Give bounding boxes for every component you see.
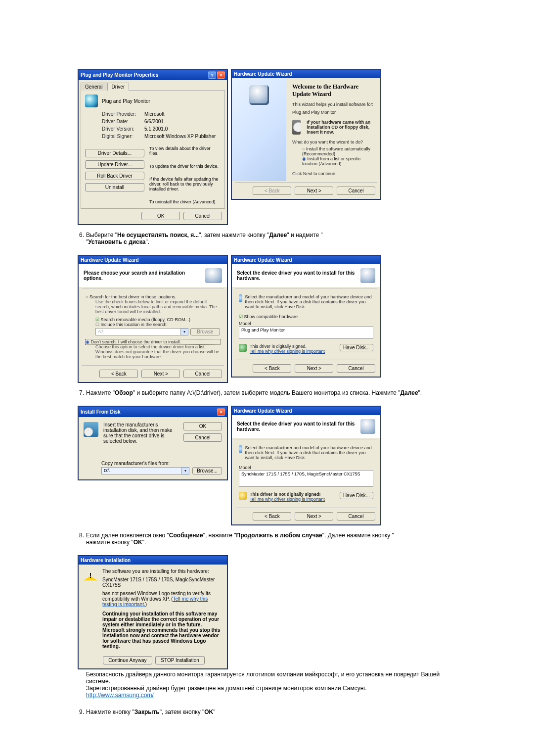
text: Insert the manufacturer's installation d…	[103, 422, 178, 444]
wizard-icon	[360, 268, 375, 283]
text: Зарегистрированный драйвер будет размеще…	[86, 685, 460, 692]
tab-general[interactable]: General	[81, 83, 107, 91]
next-button[interactable]: Next >	[295, 512, 333, 520]
value: 5.1.2001.0	[144, 126, 168, 132]
ok-button[interactable]: OK	[141, 212, 180, 220]
heading: Welcome to the Hardware Update Wizard	[292, 83, 374, 98]
header: Select the device driver you want to ins…	[237, 270, 360, 281]
desc: To uninstall the driver (Advanced).	[149, 199, 221, 204]
dialog-title: Hardware Update Wizard	[234, 71, 292, 77]
cd-note: If your hardware came with an installati…	[307, 120, 374, 135]
next-button[interactable]: Next >	[295, 187, 333, 195]
check-removable-media: Search removable media (floppy, CD-ROM..…	[95, 317, 220, 322]
next-button[interactable]: Next >	[141, 370, 180, 378]
update-driver-button[interactable]: Update Driver...	[85, 160, 144, 169]
label: Driver Version:	[102, 126, 144, 132]
list-item[interactable]: SyncMaster 171S / 175S / 170S, MagicSync…	[241, 472, 360, 476]
radio-auto-install[interactable]: Install the software automatically (Reco…	[302, 146, 374, 156]
radio-search-best[interactable]: Search for the best driver in these loca…	[86, 294, 220, 299]
back-button[interactable]: < Back	[99, 370, 138, 378]
driver-details-button[interactable]: Driver Details...	[85, 149, 144, 157]
step-number: 7.	[74, 389, 84, 396]
step-text: Нажмите кнопку "Закрыть", затем кнопку "…	[86, 709, 460, 715]
header: Please choose your search and installati…	[84, 270, 205, 281]
tab-driver[interactable]: Driver	[107, 83, 130, 91]
cd-icon	[292, 120, 301, 135]
browse-button[interactable]: Browse...	[192, 467, 222, 474]
dialog-title: Install From Disk	[81, 409, 121, 415]
cancel-button[interactable]: Cancel	[337, 512, 375, 520]
check-include-location: Include this location in the search:	[95, 322, 220, 327]
have-disk-button[interactable]: Have Disk...	[340, 344, 373, 351]
warning-text: Continuing your installation of this sof…	[102, 611, 222, 649]
chevron-down-icon[interactable]: ▾	[182, 467, 189, 474]
radio-dont-search[interactable]: Don't search. I will choose the driver t…	[86, 339, 220, 344]
install-from-disk-dialog: Install From Disk × Insert the manufactu…	[78, 406, 227, 480]
warn-text: This driver is not digitally signed!	[250, 492, 337, 497]
desc: Choose this option to select the device …	[95, 344, 220, 359]
value: Microsoft	[144, 111, 165, 117]
text: The software you are installing for this…	[102, 568, 222, 574]
uninstall-button[interactable]: Uninstall	[85, 183, 144, 191]
warning-icon	[84, 568, 97, 580]
ok-button[interactable]: OK	[183, 422, 222, 430]
location-input: A:\	[95, 328, 181, 335]
model-list[interactable]: Plug and Play Monitor	[239, 326, 373, 339]
wizard-select-driver-unsigned: Hardware Update Wizard Select the device…	[231, 406, 381, 525]
help-button[interactable]: ?	[208, 71, 216, 79]
stop-installation-button[interactable]: STOP Installation	[155, 656, 204, 664]
back-button[interactable]: < Back	[253, 364, 291, 373]
cancel-button[interactable]: Cancel	[337, 364, 375, 373]
value: 6/6/2001	[144, 119, 164, 124]
desc: Use the check boxes below to limit or ex…	[95, 299, 220, 314]
wizard-search-options: Hardware Update Wizard Please choose you…	[78, 255, 227, 382]
warning-icon	[239, 492, 247, 500]
label: Copy manufacturer's files from:	[101, 461, 222, 466]
have-disk-button[interactable]: Have Disk...	[340, 492, 373, 499]
chevron-down-icon: ▾	[181, 328, 188, 335]
cancel-button[interactable]: Cancel	[183, 433, 222, 442]
cancel-button[interactable]: Cancel	[337, 187, 375, 195]
dialog-title: Hardware Update Wizard	[81, 257, 139, 263]
cancel-button[interactable]: Cancel	[183, 212, 222, 220]
dialog-title: Hardware Installation	[81, 558, 131, 563]
wizard-icon	[205, 268, 222, 283]
step-number: 9.	[74, 709, 84, 715]
desc: Select the manufacturer and model of you…	[245, 294, 373, 309]
signed-icon	[239, 344, 247, 352]
info-icon	[239, 445, 242, 453]
signing-info-link[interactable]: Tell me why driver signing is important	[250, 349, 337, 354]
close-button[interactable]: ×	[217, 71, 225, 79]
wizard-icon	[249, 85, 269, 105]
desc: Select the manufacturer and model of you…	[245, 445, 373, 460]
device-name: Plug and Play Monitor	[292, 110, 374, 115]
desc: To update the driver for this device.	[149, 164, 221, 169]
path-input[interactable]: D:\	[101, 467, 182, 474]
rollback-driver-button[interactable]: Roll Back Driver	[85, 172, 144, 180]
dialog-title: Hardware Update Wizard	[234, 408, 292, 414]
text: has not passed Windows Logo testing to v…	[102, 591, 222, 607]
continue-hint: Click Next to continue.	[292, 171, 374, 176]
list-item[interactable]: Plug and Play Monitor	[241, 328, 285, 332]
question: What do you want the wizard to do?	[292, 140, 374, 144]
next-button[interactable]: Next >	[295, 364, 333, 373]
step-number: 8.	[74, 532, 84, 539]
back-button[interactable]: < Back	[253, 512, 291, 520]
signing-info-link[interactable]: Tell me why driver signing is important	[250, 497, 337, 502]
check-show-compatible[interactable]: Show compatible hardware	[239, 314, 373, 319]
close-button[interactable]: ×	[217, 408, 225, 416]
label: Model	[239, 321, 373, 326]
step-text: Выберите "Не осуществлять поиск, я...", …	[86, 232, 460, 245]
text: This wizard helps you install software f…	[292, 102, 374, 107]
continue-anyway-button[interactable]: Continue Anyway	[103, 656, 152, 664]
monitor-properties-dialog: Plug and Play Monitor Properties ? × Gen…	[78, 69, 227, 225]
model-list[interactable]: SyncMaster 171S / 175S / 170S, MagicSync…	[239, 470, 373, 487]
label: Digital Signer:	[102, 134, 144, 139]
samsung-link[interactable]: http://www.samsung.com/	[86, 692, 460, 699]
header: Select the device driver you want to ins…	[237, 421, 360, 432]
wizard-select-driver-signed: Hardware Update Wizard Select the device…	[231, 255, 381, 377]
back-button: < Back	[253, 187, 291, 195]
radio-list-install[interactable]: Install from a list or specific location…	[302, 156, 374, 166]
cancel-button[interactable]: Cancel	[183, 370, 222, 378]
hardware-update-wizard-welcome: Hardware Update Wizard Welcome to the Ha…	[231, 69, 381, 199]
